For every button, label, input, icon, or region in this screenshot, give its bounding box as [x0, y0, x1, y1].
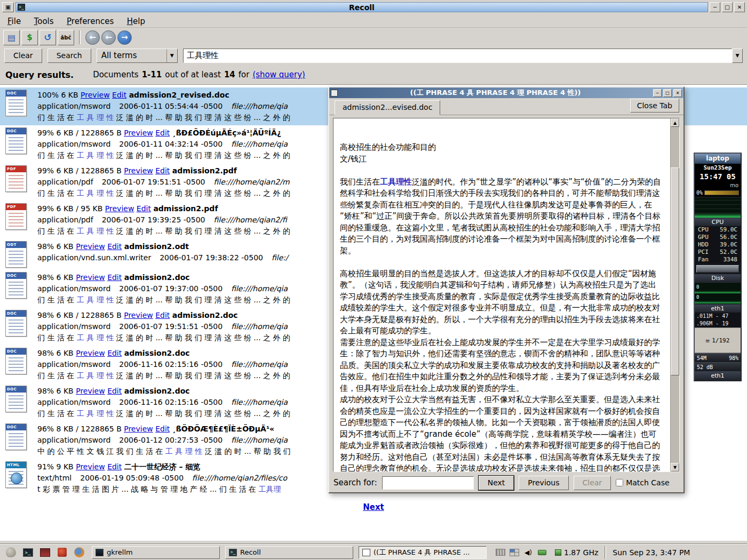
memory-bar: 54M 98% — [695, 353, 741, 362]
close-button[interactable]: ✕ — [734, 2, 745, 12]
mime-type: application/pdf — [37, 215, 93, 224]
taskbar-clock[interactable]: Sun Sep 23, 3:47 PM — [613, 548, 694, 557]
edit-link[interactable]: Edit — [107, 242, 122, 251]
term-explorer-button[interactable]: âbĉ — [58, 30, 74, 45]
system-monitor-panel[interactable]: laptop Sun23Sep 15:47 05 mo 0% CPU CPU59… — [694, 153, 742, 381]
battery-icon[interactable] — [537, 548, 547, 557]
results-header: Query results. Documents 1-11 out of at … — [5, 67, 742, 82]
terminal-launcher-icon[interactable]: >_ — [20, 546, 35, 559]
search-input[interactable] — [183, 49, 732, 63]
title-gradient[interactable]: >_ Recoll — [15, 2, 708, 12]
minimize-button[interactable]: − — [710, 2, 720, 12]
edit-link[interactable]: Edit — [107, 462, 122, 471]
previous-page-button[interactable]: ← — [101, 30, 116, 45]
file-url: file:///home/qia — [231, 322, 288, 331]
match-case-checkbox[interactable] — [616, 479, 623, 486]
taskbar-button-gkrellm[interactable]: gkrellm — [92, 546, 220, 559]
preview-link[interactable]: Preview — [124, 425, 153, 433]
file-date: 2006-01-12 00:27:53 -0500 — [119, 436, 222, 444]
preview-link[interactable]: Preview — [105, 204, 134, 213]
volume-bar: 52 dB — [695, 362, 741, 371]
browser-launcher-icon[interactable] — [71, 546, 86, 559]
mail-icon: ✉ — [706, 337, 710, 344]
next-page-button[interactable]: → — [117, 30, 132, 45]
preview-link[interactable]: Preview — [124, 129, 153, 137]
preview-link[interactable]: Preview — [76, 387, 105, 395]
file-size: 6 KB — [61, 91, 78, 99]
clear-button[interactable]: Clear — [4, 49, 42, 63]
query-history-dropdown[interactable]: ▼ — [732, 49, 743, 63]
search-mode-select[interactable]: All terms ▼ — [97, 49, 178, 63]
workspace-pager-icon[interactable] — [509, 548, 520, 557]
edit-link[interactable]: Edit — [155, 129, 170, 137]
edit-link[interactable]: Edit — [107, 349, 122, 357]
keyboard-indicator-icon[interactable] — [495, 548, 506, 557]
mime-type: application/msword — [37, 284, 110, 293]
result-snippet: 们 生 活 在 工 具 理 性 泛 滥 的 时 ... 帮 助 我 们 理 清 … — [37, 294, 296, 306]
volume-value: 52 dB — [697, 364, 713, 370]
preview-link[interactable]: Preview — [124, 166, 153, 175]
find-clear-button[interactable]: Clear — [574, 476, 611, 490]
preview-close-button[interactable]: ✕ — [673, 89, 682, 97]
menu-bar: File Tools Preferences Help — [0, 14, 747, 28]
app-launcher-icon[interactable] — [37, 546, 52, 559]
menu-file[interactable]: File — [2, 15, 26, 27]
next-results-link[interactable]: Next — [0, 502, 747, 512]
edit-link[interactable]: Edit — [107, 387, 122, 395]
edit-link[interactable]: Edit — [112, 91, 126, 99]
filetype-html-icon: HTML — [5, 461, 27, 488]
advanced-search-button[interactable]: $ — [21, 30, 38, 45]
disk-activity-chart: 0 0 — [695, 282, 741, 305]
find-previous-button[interactable]: Previous — [519, 476, 568, 490]
window-menu-button[interactable]: ▣ — [2, 2, 14, 12]
preview-link[interactable]: Preview — [76, 242, 105, 251]
preview-tab[interactable]: admission2...evised.doc — [335, 100, 440, 115]
edit-link[interactable]: Edit — [137, 204, 151, 213]
first-page-button[interactable]: ← — [85, 30, 100, 45]
file-size: 6 KB — [57, 242, 74, 251]
doc-history-button[interactable]: ▤ — [3, 30, 20, 45]
file-url: file:///home/qian2/files/co — [192, 474, 287, 482]
out-of-word: out of at least — [165, 70, 221, 79]
preview-title-bar[interactable]: ((工 PHRASE 4 具 PHRASE 4 理 PHRASE 4 性)) −… — [329, 87, 684, 98]
find-next-button[interactable]: Next — [479, 476, 514, 490]
preview-minimize-button[interactable]: − — [653, 89, 662, 97]
preview-link[interactable]: Preview — [76, 462, 105, 471]
package-launcher-icon[interactable] — [54, 546, 69, 559]
show-query-link[interactable]: (show query) — [252, 70, 305, 79]
sort-parameters-button[interactable]: ↺ — [39, 30, 56, 45]
search-button[interactable]: Search — [47, 49, 91, 63]
preview-link[interactable]: Preview — [124, 311, 153, 319]
edit-link[interactable]: Edit — [155, 425, 170, 433]
maximize-button[interactable]: □ — [722, 2, 733, 12]
preview-link[interactable]: Preview — [76, 273, 105, 282]
edit-link[interactable]: Edit — [155, 311, 170, 319]
hostname-label: laptop — [695, 154, 741, 164]
start-menu-icon[interactable] — [3, 546, 18, 559]
preview-link[interactable]: Preview — [81, 91, 110, 99]
scroll-down-button[interactable]: ▼ — [671, 463, 679, 471]
menu-preferences[interactable]: Preferences — [61, 15, 119, 27]
preview-document-text[interactable]: 高校招生的社会功能和目的 文/钱江 我们生活在工具理性泛滥的时代。作为“世之显学… — [333, 118, 670, 471]
menu-help[interactable]: Help — [122, 15, 150, 27]
result-snippet: 们 生 活 在 工 具 理 性 泛 滥 的 时 ... 帮 助 我 们 理 清 … — [37, 332, 296, 343]
close-tab-button[interactable]: Close Tab — [630, 99, 679, 113]
preview-link[interactable]: Preview — [76, 349, 105, 357]
edit-link[interactable]: Edit — [107, 273, 122, 282]
edit-link[interactable]: Edit — [155, 166, 170, 175]
taskbar-button-preview[interactable]: ((工 PHRASE 4 具 PHRASE ... — [359, 546, 487, 559]
scrollbar-thumb[interactable] — [671, 167, 679, 376]
taskbar-button-recoll[interactable]: >_ Recoll — [225, 546, 353, 559]
menu-tools[interactable]: Tools — [29, 15, 59, 27]
scroll-up-button[interactable]: ▲ — [671, 118, 679, 127]
volume-icon[interactable]: ◀) — [523, 548, 534, 557]
preview-maximize-button[interactable]: □ — [663, 89, 672, 97]
cpu-frequency-applet[interactable]: 1.87 GHz — [555, 548, 598, 557]
result-snippet: t 彩 票 管 理 生 活 图 片 ... 战 略 与 管 理 地 产 经 ..… — [37, 484, 296, 495]
preview-search-input[interactable] — [382, 476, 474, 490]
mime-type: text/html — [37, 474, 71, 482]
match-case-option[interactable]: Match Case — [616, 478, 669, 487]
filetype-doc-icon: DOC — [5, 127, 27, 154]
preview-scrollbar[interactable]: ▲ ▼ — [670, 118, 679, 471]
mail-panel: ✉ 1/192 — [695, 327, 741, 353]
